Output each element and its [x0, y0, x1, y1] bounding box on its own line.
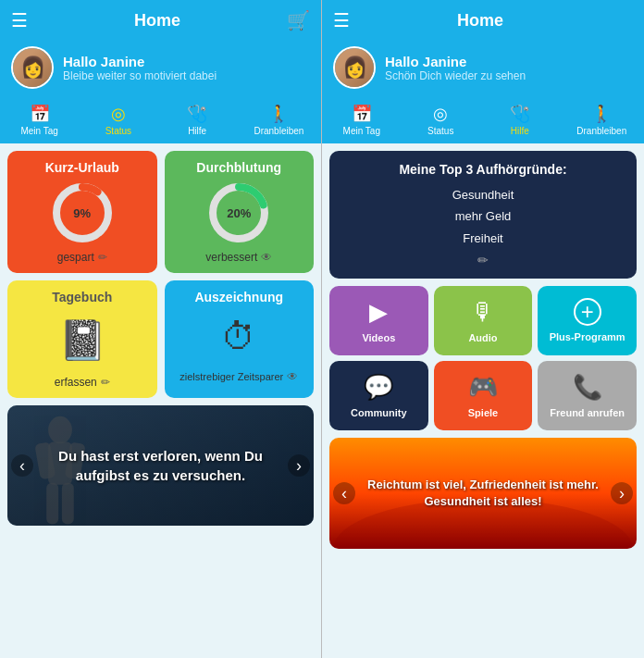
tab-status-right[interactable]: ◎ Status: [413, 102, 468, 138]
pencil-icon-kurz-urlaub[interactable]: ✏: [98, 251, 107, 264]
cards-grid: Kurz-Urlaub 9% gespart ✏ D: [7, 151, 314, 398]
donut-kurz-urlaub: 9%: [50, 180, 115, 245]
tile-audio[interactable]: 🎙 Audio: [434, 286, 533, 355]
screen-right: ☰ Home 👩 Hallo Janine Schön Dich wieder …: [322, 0, 644, 658]
mein-tag-icon-right: 📅: [352, 104, 372, 124]
header-title-left: Home: [134, 11, 180, 31]
card-tagebuch[interactable]: Tagebuch 📓 erfassen ✏: [7, 280, 157, 398]
avatar-right: 👩: [333, 46, 376, 89]
card-kurz-urlaub-footer: gespart ✏: [57, 251, 107, 264]
card-auszeichnung-footer-label: zielstrebiger Zeitsparer: [180, 371, 283, 382]
top-reasons-title: Meine Top 3 Aufhörgründe:: [341, 162, 625, 177]
banner-arrow-right-btn-right[interactable]: ›: [611, 482, 633, 504]
card-durchblutung-footer-label: verbessert: [205, 251, 257, 264]
user-info-left: Hallo Janine Bleibe weiter so motiviert …: [63, 54, 217, 82]
action-grid: ▶ Videos 🎙 Audio + Plus-Programm 💬 Commu…: [329, 286, 637, 430]
svg-point-4: [48, 416, 72, 444]
donut-kurz-urlaub-percent: 9%: [73, 206, 91, 220]
tab-mein-tag-right[interactable]: 📅 Mein Tag: [334, 102, 390, 138]
card-kurz-urlaub-title: Kurz-Urlaub: [45, 160, 119, 175]
header-right: ☰ Home: [322, 0, 644, 41]
card-durchblutung-footer: verbessert 👁: [205, 251, 272, 264]
eye-icon-durchblutung[interactable]: 👁: [261, 251, 272, 264]
menu-icon-right[interactable]: ☰: [333, 9, 350, 31]
mein-tag-icon: 📅: [30, 104, 50, 124]
nav-tabs-right: 📅 Mein Tag ◎ Status 🩺 Hilfe 🚶 Dranbleibe…: [322, 98, 644, 143]
motivation-banner-left: ‹ Du hast erst verloren, wenn Du aufgibs…: [7, 405, 314, 526]
user-subtitle-right: Schön Dich wieder zu sehen: [385, 69, 526, 82]
card-auszeichnung[interactable]: Auszeichnung ⏱ zielstrebiger Zeitsparer …: [165, 280, 315, 398]
card-tagebuch-footer-label: erfassen: [55, 376, 97, 389]
tab-hilfe-right[interactable]: 🩺 Hilfe: [492, 102, 548, 138]
banner-arrow-left-btn[interactable]: ‹: [11, 454, 33, 477]
card-durchblutung[interactable]: Durchblutung 20% verbessert 👁: [165, 151, 315, 273]
eye-icon-auszeichnung[interactable]: 👁: [287, 370, 298, 383]
user-greeting-left: Hallo Janine: [63, 54, 217, 69]
tab-label-hilfe-left: Hilfe: [188, 126, 206, 136]
card-auszeichnung-footer: zielstrebiger Zeitsparer 👁: [180, 370, 298, 383]
motivation-text-right: Reichtum ist viel, Zufriedenheit ist meh…: [329, 477, 637, 510]
plus-programm-icon: +: [574, 298, 601, 326]
community-label: Community: [351, 407, 407, 419]
audio-label: Audio: [468, 332, 497, 344]
tile-community[interactable]: 💬 Community: [329, 361, 428, 430]
motivation-banner-right: ‹ Reichtum ist viel, Zufriedenheit ist m…: [329, 438, 637, 549]
user-bar-right: 👩 Hallo Janine Schön Dich wieder zu sehe…: [322, 41, 644, 98]
spiele-icon: 🎮: [468, 373, 498, 402]
tab-label-mein-tag-right: Mein Tag: [343, 126, 380, 136]
tab-dranbleiben-left[interactable]: 🚶 Dranbleiben: [248, 102, 309, 138]
videos-icon: ▶: [369, 298, 388, 327]
card-durchblutung-title: Durchblutung: [196, 160, 281, 175]
tab-hilfe-left[interactable]: 🩺 Hilfe: [169, 102, 225, 138]
edit-reasons-icon[interactable]: ✏: [341, 253, 625, 267]
status-icon-right: ◎: [433, 104, 448, 124]
banner-arrow-right-btn[interactable]: ›: [288, 454, 310, 477]
tab-label-hilfe-right: Hilfe: [511, 126, 529, 136]
screen-left: ☰ Home 🛒 👩 Hallo Janine Bleibe weiter so…: [0, 0, 322, 658]
dranbleiben-icon-left: 🚶: [268, 104, 289, 124]
plus-programm-label: Plus-Programm: [550, 331, 625, 343]
svg-rect-9: [61, 483, 73, 524]
top-reasons-box: Meine Top 3 Aufhörgründe: Gesundheit meh…: [329, 151, 637, 279]
hilfe-icon-left: 🩺: [187, 104, 207, 124]
avatar-image-left: 👩: [13, 48, 52, 87]
dranbleiben-icon-right: 🚶: [591, 104, 612, 124]
tile-freund-anrufen[interactable]: 📞 Freund anrufen: [538, 361, 637, 430]
avatar-image-right: 👩: [335, 48, 374, 87]
content-right: Meine Top 3 Aufhörgründe: Gesundheit meh…: [322, 143, 644, 658]
tab-mein-tag-left[interactable]: 📅 Mein Tag: [12, 102, 68, 138]
tab-label-dranbleiben-left: Dranbleiben: [254, 126, 303, 136]
videos-label: Videos: [362, 332, 395, 344]
spiele-label: Spiele: [468, 407, 498, 419]
tile-videos[interactable]: ▶ Videos: [329, 286, 428, 355]
freund-anrufen-icon: 📞: [573, 373, 602, 402]
user-bar-left: 👩 Hallo Janine Bleibe weiter so motivier…: [0, 41, 321, 98]
card-kurz-urlaub-footer-label: gespart: [57, 251, 94, 264]
user-info-right: Hallo Janine Schön Dich wieder zu sehen: [385, 54, 526, 82]
nav-tabs-left: 📅 Mein Tag ◎ Status 🩺 Hilfe 🚶 Dranbleibe…: [0, 98, 321, 143]
audio-icon: 🎙: [471, 298, 495, 327]
clock-icon: ⏱: [221, 317, 256, 357]
pencil-icon-tagebuch[interactable]: ✏: [101, 376, 110, 389]
tab-label-status-left: Status: [105, 126, 131, 136]
cart-icon[interactable]: 🛒: [287, 9, 310, 31]
tab-label-mein-tag-left: Mein Tag: [20, 126, 57, 136]
menu-icon-left[interactable]: ☰: [11, 9, 28, 31]
tile-plus-programm[interactable]: + Plus-Programm: [538, 286, 637, 355]
user-greeting-right: Hallo Janine: [385, 54, 526, 69]
tile-spiele[interactable]: 🎮 Spiele: [434, 361, 533, 430]
reason-3: Freiheit: [341, 228, 625, 249]
card-auszeichnung-title: Auszeichnung: [194, 290, 283, 304]
svg-rect-8: [46, 483, 58, 524]
avatar-left: 👩: [11, 46, 54, 89]
tab-dranbleiben-right[interactable]: 🚶 Dranbleiben: [571, 102, 632, 138]
header-title-right: Home: [457, 11, 503, 31]
user-subtitle-left: Bleibe weiter so motiviert dabei: [63, 69, 217, 82]
banner-arrow-left-btn-right[interactable]: ‹: [333, 482, 355, 504]
tab-status-left[interactable]: ◎ Status: [91, 102, 146, 138]
top-reasons-list: Gesundheit mehr Geld Freiheit: [341, 184, 625, 249]
reason-2: mehr Geld: [341, 205, 625, 227]
card-kurz-urlaub[interactable]: Kurz-Urlaub 9% gespart ✏: [7, 151, 157, 273]
tab-label-dranbleiben-right: Dranbleiben: [576, 126, 626, 136]
card-tagebuch-footer: erfassen ✏: [55, 376, 110, 389]
